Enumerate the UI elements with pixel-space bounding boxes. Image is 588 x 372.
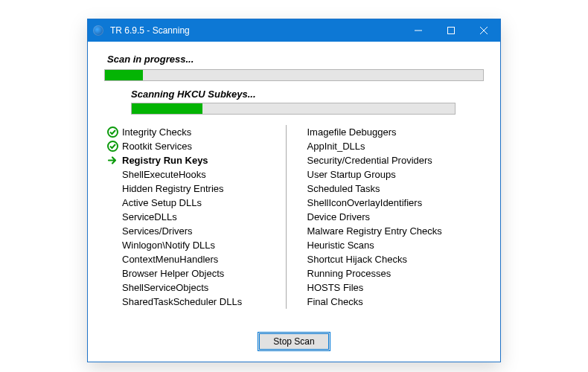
scan-item-label: Malware Registry Entry Checks — [307, 224, 442, 238]
status-icon — [104, 155, 121, 167]
status-icon — [104, 211, 121, 223]
status-icon — [104, 254, 121, 266]
scan-heading: Scan in progress... — [107, 54, 484, 65]
scan-item-label: Final Checks — [307, 295, 363, 309]
scan-item: ShellServiceObjects — [104, 280, 281, 295]
status-icon — [104, 169, 121, 181]
overall-progress-bar — [104, 69, 484, 81]
scan-item-label: Hidden Registry Entries — [122, 182, 224, 196]
status-icon — [104, 296, 121, 308]
app-window: TR 6.9.5 - Scanning Scan in progress... … — [87, 19, 501, 362]
scan-item: Hidden Registry Entries — [104, 182, 281, 196]
arrow-right-icon — [107, 155, 118, 166]
scan-item-label: Heuristic Scans — [307, 238, 374, 252]
status-icon — [104, 183, 121, 195]
scan-item: Final Checks — [307, 295, 485, 309]
scan-item-label: Rootkit Services — [122, 139, 192, 153]
stop-scan-button[interactable]: Stop Scan — [258, 332, 330, 351]
scan-item: ShellExecuteHooks — [104, 167, 281, 182]
scan-item: Rootkit Services — [104, 139, 281, 153]
check-icon — [107, 126, 118, 138]
close-button[interactable] — [467, 19, 500, 42]
window-title: TR 6.9.5 - Scanning — [109, 25, 402, 36]
sub-section: Scanning HKCU Subkeys... — [131, 89, 484, 115]
maximize-button[interactable] — [435, 19, 467, 42]
status-icon — [104, 225, 121, 237]
content-area: Scan in progress... Scanning HKCU Subkey… — [88, 42, 500, 309]
scan-item-label: Scheduled Tasks — [307, 182, 380, 196]
scan-item: Shortcut Hijack Checks — [307, 252, 485, 266]
scan-item-label: ShellIconOverlayIdentifiers — [307, 196, 423, 210]
scan-item: Winlogon\Notify DLLs — [104, 238, 281, 252]
svg-rect-0 — [448, 28, 455, 34]
scan-item-label: Shortcut Hijack Checks — [307, 252, 407, 266]
sub-heading: Scanning HKCU Subkeys... — [131, 89, 484, 100]
sub-progress-fill — [132, 103, 202, 114]
scan-item: Integrity Checks — [104, 125, 281, 139]
scan-item-label: Browser Helper Objects — [122, 266, 224, 280]
scan-item: Active Setup DLLs — [104, 196, 281, 210]
titlebar[interactable]: TR 6.9.5 - Scanning — [88, 19, 500, 42]
scan-item-label: Security/Credential Providers — [307, 153, 432, 167]
scan-items: Integrity ChecksRootkit ServicesRegistry… — [104, 125, 484, 309]
minimize-button[interactable] — [402, 19, 435, 42]
status-icon — [104, 197, 121, 209]
scan-item-label: Imagefile Debuggers — [307, 125, 397, 139]
scan-item-label: User Startup Groups — [307, 167, 396, 182]
scan-item: HOSTS Files — [307, 280, 485, 295]
overall-progress-fill — [105, 70, 143, 80]
minimize-icon — [415, 27, 422, 34]
scan-item: SharedTaskScheduler DLLs — [104, 295, 281, 309]
scan-item-label: HOSTS Files — [307, 280, 364, 295]
scan-item: Services/Drivers — [104, 224, 281, 238]
button-bar: Stop Scan — [88, 332, 500, 351]
scan-item: ServiceDLLs — [104, 210, 281, 224]
maximize-icon — [447, 27, 455, 34]
scan-item: AppInit_DLLs — [307, 139, 485, 153]
scan-item-label: Services/Drivers — [122, 224, 193, 238]
status-icon — [104, 141, 121, 153]
scan-item: Registry Run Keys — [104, 153, 281, 167]
scan-item: Scheduled Tasks — [307, 182, 485, 196]
scan-item: Security/Credential Providers — [307, 153, 485, 167]
scan-item-label: SharedTaskScheduler DLLs — [122, 295, 242, 309]
scan-item-label: AppInit_DLLs — [307, 139, 365, 153]
scan-item: Heuristic Scans — [307, 238, 485, 252]
sub-progress-bar — [131, 103, 456, 115]
scan-item: Malware Registry Entry Checks — [307, 224, 485, 238]
scan-item-label: Registry Run Keys — [122, 153, 208, 167]
scan-item-label: ShellExecuteHooks — [122, 167, 206, 182]
scan-item: ContextMenuHandlers — [104, 252, 281, 266]
status-icon — [104, 126, 121, 138]
close-icon — [480, 27, 488, 34]
scan-item: Browser Helper Objects — [104, 266, 281, 280]
scan-item: ShellIconOverlayIdentifiers — [307, 196, 485, 210]
status-icon — [104, 282, 121, 294]
scan-item-label: Running Processes — [307, 266, 392, 280]
scan-item-label: Device Drivers — [307, 210, 371, 224]
scan-items-right: Imagefile DebuggersAppInit_DLLsSecurity/… — [287, 125, 485, 309]
scan-item: Imagefile Debuggers — [307, 125, 485, 139]
scan-item: Device Drivers — [307, 210, 485, 224]
scan-item-label: Integrity Checks — [122, 125, 191, 139]
scan-item: Running Processes — [307, 266, 485, 280]
scan-item-label: Active Setup DLLs — [122, 196, 202, 210]
status-icon — [104, 268, 121, 280]
status-icon — [104, 240, 121, 251]
scan-item-label: ContextMenuHandlers — [122, 252, 218, 266]
app-icon — [88, 19, 109, 42]
scan-item-label: ShellServiceObjects — [122, 280, 208, 295]
scan-item-label: Winlogon\Notify DLLs — [122, 238, 215, 252]
scan-item: User Startup Groups — [307, 167, 485, 182]
scan-item-label: ServiceDLLs — [122, 210, 177, 224]
check-icon — [107, 141, 118, 152]
window-controls — [402, 19, 500, 42]
scan-items-left: Integrity ChecksRootkit ServicesRegistry… — [104, 125, 287, 309]
